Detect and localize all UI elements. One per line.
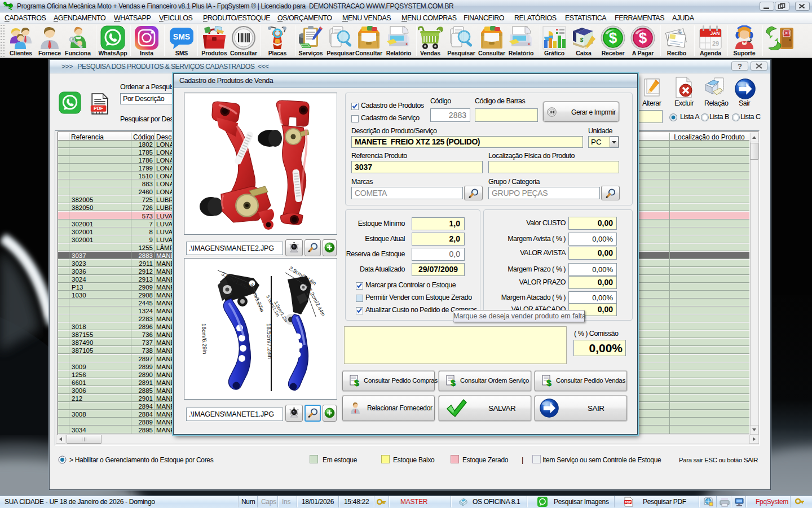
- svg-text:16cm/6.29in: 16cm/6.29in: [201, 323, 208, 354]
- svg-text:JAN: JAN: [710, 30, 720, 36]
- svg-text:29: 29: [712, 40, 719, 47]
- svg-text:$: $: [609, 29, 617, 46]
- svg-text:18.5cm/7.28in: 18.5cm/7.28in: [266, 323, 273, 359]
- svg-text:SMS: SMS: [173, 32, 190, 41]
- svg-text:$: $: [451, 378, 456, 387]
- svg-text:$: $: [354, 378, 359, 387]
- svg-text:PDF: PDF: [94, 106, 103, 111]
- svg-text:?: ?: [738, 62, 742, 71]
- svg-text:PDF: PDF: [625, 501, 632, 504]
- svg-text:$: $: [639, 29, 647, 46]
- svg-text:EXIT: EXIT: [783, 31, 791, 35]
- svg-text:$: $: [546, 378, 551, 387]
